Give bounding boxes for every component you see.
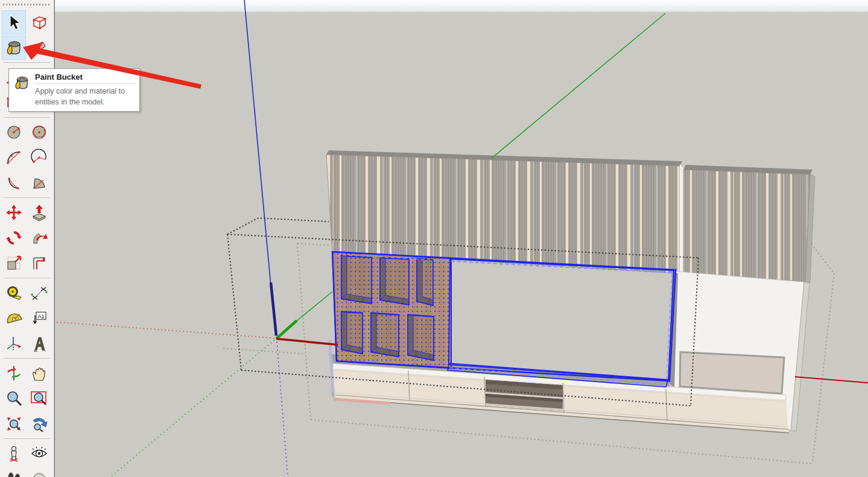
select-tool[interactable] <box>2 10 26 34</box>
eraser-tool[interactable] <box>27 36 51 60</box>
paint-bucket-tool[interactable] <box>2 36 26 60</box>
toolbar-divider <box>4 62 50 63</box>
make-component-tool[interactable] <box>27 10 51 34</box>
toolbar-divider <box>4 438 50 439</box>
zoom-window-tool[interactable] <box>27 386 51 411</box>
select-icon <box>5 13 23 31</box>
model-viewport[interactable] <box>54 0 868 477</box>
tooltip-body: Paint Bucket Apply color and material to… <box>35 72 136 109</box>
toolbar-row <box>0 466 54 477</box>
sketchup-window: A1 <box>0 0 868 477</box>
previous-view-tool[interactable] <box>27 412 51 436</box>
toolbar-divider <box>4 117 50 118</box>
sector-tool[interactable] <box>27 171 51 195</box>
pie-icon <box>30 149 48 167</box>
zoom-tool[interactable] <box>2 386 26 411</box>
toolbar-row <box>0 441 54 466</box>
zoom-extents-icon <box>5 415 23 433</box>
tooltip-description: Apply color and material to entities in … <box>35 86 136 108</box>
follow-me-icon <box>30 229 48 247</box>
pan-tool[interactable] <box>27 361 51 385</box>
rotate-icon <box>5 229 23 247</box>
toolbar-row <box>0 170 54 196</box>
pan-icon <box>30 364 48 382</box>
toolbar-row <box>0 386 54 411</box>
toolbar-row <box>0 10 54 35</box>
position-camera-tool[interactable] <box>2 441 26 466</box>
polygon-tool[interactable] <box>27 120 51 144</box>
orbit-icon <box>5 364 23 382</box>
toolbar-row <box>0 145 54 170</box>
3d-text-tool[interactable] <box>27 331 51 356</box>
paint-bucket-icon <box>5 39 23 57</box>
circle-tool[interactable] <box>2 120 26 144</box>
text-icon: A1 <box>30 309 48 327</box>
tooltip-title: Paint Bucket <box>35 72 136 84</box>
push-pull-icon <box>30 203 48 222</box>
toolbar-row <box>0 411 54 437</box>
protractor-tool[interactable] <box>2 306 26 330</box>
arc-3-point-icon <box>5 174 23 192</box>
tape-measure-tool[interactable] <box>2 281 26 305</box>
toolbar-row <box>0 225 54 251</box>
make-component-icon <box>30 13 48 31</box>
paint-bucket-icon <box>13 72 31 109</box>
toolbar-divider <box>4 278 50 278</box>
push-pull-tool[interactable] <box>27 200 51 225</box>
circle-icon <box>5 123 23 141</box>
offset-tool[interactable] <box>27 251 51 275</box>
image-tool[interactable] <box>27 467 51 477</box>
previous-view-icon <box>30 415 48 433</box>
walk-tool[interactable] <box>2 467 26 477</box>
toolbar-row <box>0 35 54 60</box>
text-tool[interactable]: A1 <box>27 306 51 330</box>
toolbar-row <box>0 120 54 145</box>
axes-icon <box>5 335 23 353</box>
toolbar-row <box>0 331 54 356</box>
toolbar-divider <box>4 358 50 359</box>
move-tool[interactable] <box>2 200 26 225</box>
move-icon <box>5 203 23 222</box>
look-around-tool[interactable] <box>27 441 51 466</box>
tool-tooltip: Paint Bucket Apply color and material to… <box>8 68 140 112</box>
toolbar-divider <box>4 197 50 198</box>
zoom-window-icon <box>30 389 48 408</box>
arc-3-point-tool[interactable] <box>2 171 26 195</box>
toolbar-row <box>0 251 54 276</box>
3d-text-icon <box>30 335 48 353</box>
axes-tool[interactable] <box>2 331 26 356</box>
position-camera-icon <box>5 444 23 463</box>
toolbar-row <box>0 360 54 386</box>
dimension-icon <box>30 284 48 302</box>
arc-icon <box>5 149 23 167</box>
scale-tool[interactable] <box>2 251 26 275</box>
orbit-tool[interactable] <box>2 361 26 385</box>
zoom-extents-tool[interactable] <box>2 412 26 436</box>
svg-text:A1: A1 <box>38 313 45 319</box>
eraser-icon <box>30 39 48 57</box>
toolbar-drag-handle[interactable] <box>3 4 51 5</box>
zoom-icon <box>5 389 23 408</box>
scale-icon <box>5 254 23 272</box>
follow-me-tool[interactable] <box>27 226 51 250</box>
toolbar-row <box>0 280 54 306</box>
polygon-icon <box>30 123 48 141</box>
toolbar-row: A1 <box>0 306 54 331</box>
image-icon <box>30 470 48 477</box>
look-around-icon <box>30 444 48 463</box>
sector-icon <box>30 174 48 192</box>
offset-icon <box>30 254 48 272</box>
walk-icon <box>5 470 23 477</box>
pie-tool[interactable] <box>27 146 51 170</box>
dimension-tool[interactable] <box>27 281 51 305</box>
arc-tool[interactable] <box>2 146 26 170</box>
protractor-icon <box>5 309 23 327</box>
toolbar-row <box>0 200 54 225</box>
rotate-tool[interactable] <box>2 226 26 250</box>
tape-measure-icon <box>5 284 23 302</box>
